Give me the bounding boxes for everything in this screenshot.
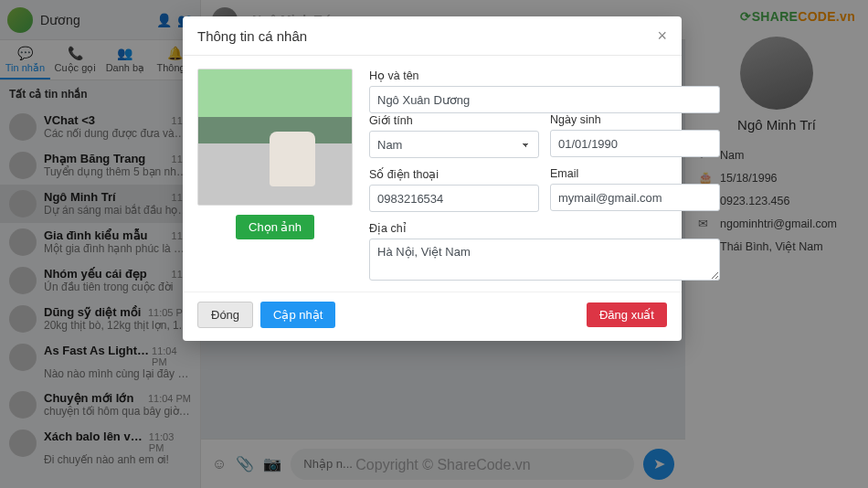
profile-modal: Thông tin cá nhân × Chọn ảnh Họ và tên G… bbox=[183, 16, 682, 341]
label-gender: Giới tính bbox=[369, 113, 539, 127]
close-button[interactable]: Đóng bbox=[197, 302, 253, 328]
choose-photo-button[interactable]: Chọn ảnh bbox=[236, 215, 314, 239]
phone-input[interactable] bbox=[369, 185, 539, 212]
label-email: Email bbox=[550, 167, 720, 180]
modal-header: Thông tin cá nhân × bbox=[183, 16, 682, 56]
gender-select[interactable]: Nam bbox=[369, 131, 539, 158]
fullname-input[interactable] bbox=[369, 86, 720, 113]
label-dob: Ngày sinh bbox=[550, 113, 720, 126]
close-icon[interactable]: × bbox=[657, 27, 667, 44]
label-address: Địa chỉ bbox=[369, 221, 720, 235]
address-input[interactable] bbox=[369, 239, 720, 281]
modal-title: Thông tin cá nhân bbox=[197, 28, 307, 44]
profile-photo bbox=[197, 69, 353, 206]
email-input[interactable] bbox=[550, 184, 720, 211]
logout-button[interactable]: Đăng xuất bbox=[587, 302, 667, 327]
label-fullname: Họ và tên bbox=[369, 69, 720, 82]
label-phone: Số điện thoại bbox=[369, 167, 539, 181]
dob-input[interactable] bbox=[550, 130, 720, 157]
update-button[interactable]: Cập nhật bbox=[260, 302, 335, 328]
